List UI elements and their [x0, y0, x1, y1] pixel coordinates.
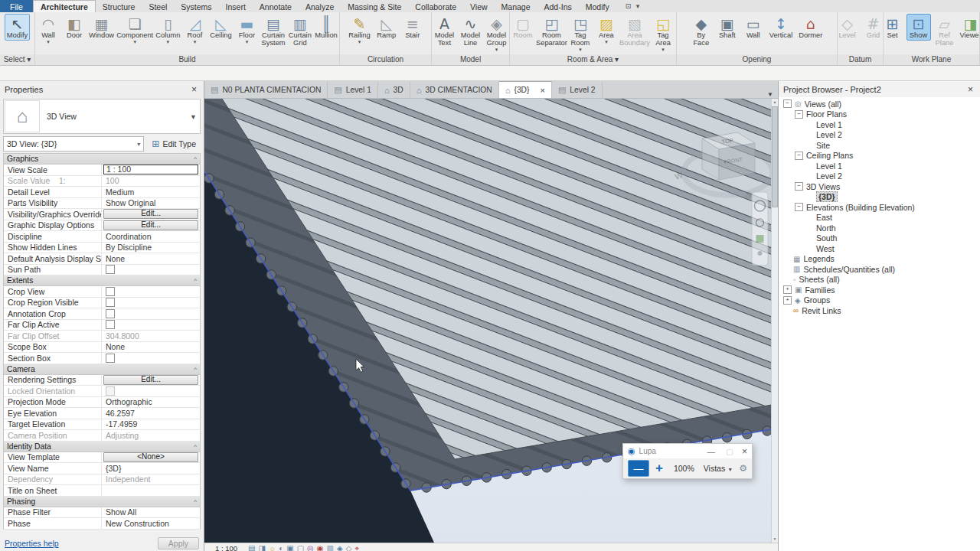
ribbon-display-toggle[interactable]: ⊡ ▾ [621, 0, 646, 12]
collapse-icon[interactable]: − [795, 203, 803, 211]
checkbox[interactable] [106, 320, 115, 329]
property-value[interactable]: Independent [103, 474, 150, 484]
ribbon-button-railing[interactable]: ✎Railing▾ [346, 14, 372, 45]
zoom-out-button[interactable]: — [628, 460, 649, 477]
ribbon-button-window[interactable]: ▦Window [88, 14, 115, 41]
tree-item-east[interactable]: East [779, 213, 980, 223]
close-icon[interactable]: × [965, 84, 975, 95]
tree-item-site[interactable]: Site [779, 140, 980, 151]
section-header-phasing[interactable]: Phasing^ [4, 497, 200, 507]
scroll-up-icon[interactable]: ▲ [772, 99, 778, 106]
minimize-icon[interactable]: — [707, 447, 716, 456]
property-button-view-template[interactable]: <None> [103, 452, 198, 462]
property-value[interactable]: Orthographic [103, 397, 152, 406]
vertical-scrollbar[interactable]: ▲ ▼ [771, 99, 778, 543]
scroll-down-icon[interactable]: ▼ [772, 536, 778, 543]
tree-item-floor-plans[interactable]: −Floor Plans [779, 109, 980, 120]
ribbon-button-model-line[interactable]: ∿Model Line [459, 14, 483, 48]
ribbon-button-roof[interactable]: ◿Roof▾ [182, 14, 207, 45]
property-value[interactable]: 304.8000 [103, 331, 139, 341]
ribbon-tab-view[interactable]: View [463, 0, 495, 12]
ribbon-tab-structure[interactable]: Structure [96, 0, 142, 12]
ribbon-button-wall[interactable]: ▭Wall [741, 14, 766, 41]
properties-help-link[interactable]: Properties help [5, 539, 59, 548]
view-tab-3d[interactable]: ⌂{3D}× [499, 81, 552, 98]
instance-selector[interactable]: 3D View: {3D} ▾ [3, 136, 144, 152]
ribbon-button-show[interactable]: ⊡Show [906, 14, 931, 41]
collapse-icon[interactable]: − [795, 110, 803, 119]
section-header-extents[interactable]: Extents^ [4, 276, 200, 286]
section-header-graphics[interactable]: Graphics^ [4, 154, 200, 165]
ribbon-button-grid[interactable]: #Grid [861, 14, 884, 41]
scale-control[interactable]: 1 : 100 [215, 544, 237, 551]
temporary-hide-isolate-icon[interactable]: ◎ [307, 544, 314, 551]
ribbon-button-mullion[interactable]: ║Mullion [314, 14, 338, 41]
tree-item-3d[interactable]: {3D} [779, 192, 980, 203]
sun-path-icon[interactable]: ☼ [269, 544, 276, 551]
ribbon-button-viewer[interactable]: ◨Viewer [959, 14, 980, 41]
close-icon[interactable]: × [189, 84, 199, 95]
tree-item-families[interactable]: +▣Families [779, 285, 980, 295]
property-value[interactable]: By Discipline [103, 243, 152, 252]
ribbon-button-column[interactable]: ▯Column▾ [155, 14, 181, 45]
gear-icon[interactable]: ⚙ [739, 463, 747, 474]
ribbon-tab-insert[interactable]: Insert [219, 0, 253, 12]
checkbox[interactable] [106, 265, 115, 274]
drawing-canvas[interactable]: W S TOP FRONT [204, 99, 778, 543]
type-selector[interactable]: ⌂ 3D View ▾ [3, 99, 201, 134]
property-button-rendering-settings[interactable]: Edit... [103, 375, 198, 385]
ribbon-button-curtain-system[interactable]: ▤Curtain System [260, 14, 286, 48]
ribbon-tab-modify[interactable]: Modify [579, 0, 616, 12]
ribbon-tab-collaborate[interactable]: Collaborate [408, 0, 463, 12]
collapse-icon[interactable]: − [783, 99, 792, 108]
ribbon-button-door[interactable]: ◧Door [62, 14, 87, 41]
crop-view-icon[interactable]: ▣ [286, 544, 293, 551]
apply-button[interactable]: Apply [158, 537, 199, 549]
reveal-hidden-elements-icon[interactable]: ◉ [317, 544, 324, 551]
reveal-constraints-icon[interactable]: ⌖ [354, 544, 359, 551]
view-tab-3d[interactable]: ⌂3D [378, 82, 410, 98]
ribbon-button-floor[interactable]: ▬Floor▾ [234, 14, 259, 45]
edit-type-button[interactable]: ⊞ Edit Type [147, 136, 201, 152]
tree-item-level-2[interactable]: Level 2 [779, 171, 980, 182]
ribbon-button-vertical[interactable]: ↕Vertical [767, 14, 795, 41]
ribbon-group-label-room-area[interactable]: Room & Area ▾ [510, 54, 676, 65]
property-button-graphic-display-options[interactable]: Edit... [103, 220, 198, 230]
ribbon-tab-architecture[interactable]: Architecture [33, 0, 96, 12]
ribbon-button-modify[interactable]: ↖Modify [5, 14, 30, 41]
section-header-identity-data[interactable]: Identity Data^ [4, 442, 200, 452]
section-header-camera[interactable]: Camera^ [4, 364, 200, 375]
property-value[interactable]: {3D} [103, 464, 121, 473]
tree-item-level-1[interactable]: Level 1 [779, 161, 980, 171]
property-value[interactable]: 100 [103, 176, 119, 185]
tree-item-elevations-building-elevation[interactable]: −Elevations (Building Elevation) [779, 202, 980, 213]
tree-item-level-1[interactable]: Level 1 [779, 119, 980, 130]
detail-level-icon[interactable]: ▤ [248, 544, 255, 551]
zoom-in-button[interactable]: + [655, 461, 663, 476]
ribbon-button-room[interactable]: ▢Room [511, 14, 535, 41]
ribbon-tab-massing-site[interactable]: Massing & Site [341, 0, 408, 12]
view-tab-3d-cimentacion[interactable]: ⌂3D CIMENTACION [410, 82, 499, 98]
tree-item-legends[interactable]: ▦Legends [779, 254, 980, 265]
ribbon-button-component[interactable]: ❏Component▾ [116, 14, 153, 45]
navigation-bar[interactable] [752, 192, 768, 266]
ribbon-button-wall[interactable]: ◠Wall▾ [36, 14, 60, 45]
ribbon-button-ceiling[interactable]: ◺Ceiling [208, 14, 233, 41]
ribbon-tab-systems[interactable]: Systems [174, 0, 218, 12]
tree-item-ceiling-plans[interactable]: −Ceiling Plans [779, 151, 980, 161]
tree-item-level-2[interactable]: Level 2 [779, 130, 980, 141]
tree-item-groups[interactable]: +◈Groups [779, 295, 980, 306]
checkbox[interactable] [106, 298, 115, 307]
property-value[interactable]: Medium [103, 187, 134, 197]
shadows-icon[interactable]: ◐ [279, 544, 283, 551]
ribbon-button-tag-room[interactable]: ◳Tag Room▾ [568, 14, 593, 53]
tree-item-schedules-quantities-all[interactable]: ▥Schedules/Quantities (all) [779, 264, 980, 275]
show-crop-region-icon[interactable]: ▢ [297, 544, 304, 551]
ribbon-tab-manage[interactable]: Manage [495, 0, 537, 12]
maximize-icon[interactable]: ▢ [726, 447, 733, 456]
show-analytical-model-icon[interactable]: ◈ [337, 544, 343, 551]
tree-item-north[interactable]: North [779, 223, 980, 233]
expand-icon[interactable]: + [783, 296, 792, 305]
close-icon[interactable]: × [540, 86, 544, 95]
ribbon-button-curtain-grid[interactable]: ▥Curtain Grid [288, 14, 312, 48]
